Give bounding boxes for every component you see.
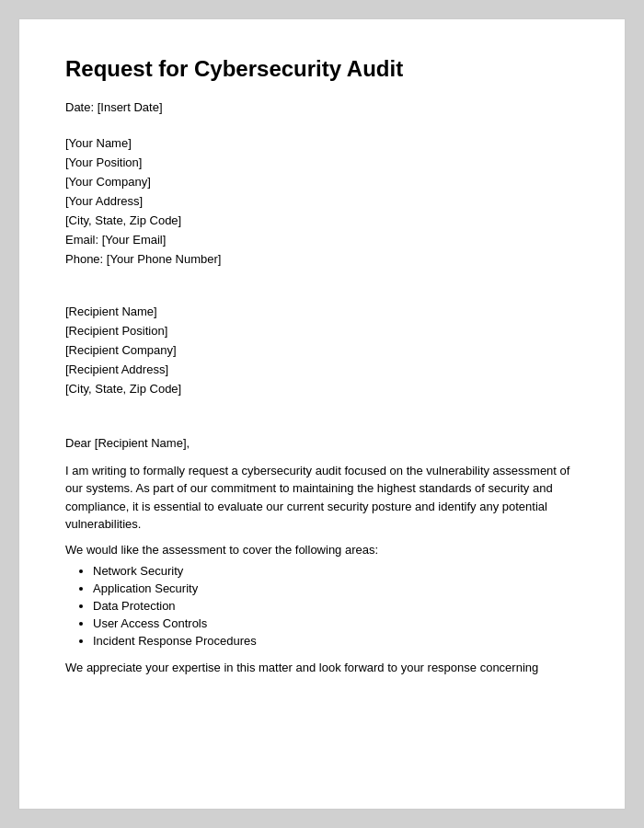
sender-address: [Your Address] xyxy=(65,194,579,208)
audit-areas-list: Network Security Application Security Da… xyxy=(93,564,579,648)
sender-email: Email: [Your Email] xyxy=(65,233,579,247)
sender-date: Date: [Insert Date] xyxy=(65,100,579,114)
document-title: Request for Cybersecurity Audit xyxy=(65,56,579,82)
document-page: Request for Cybersecurity Audit Date: [I… xyxy=(18,18,626,810)
salutation: Dear [Recipient Name], xyxy=(65,434,579,453)
list-item: Data Protection xyxy=(93,599,579,613)
sender-city-state-zip: [City, State, Zip Code] xyxy=(65,213,579,227)
sender-company: [Your Company] xyxy=(65,175,579,189)
sender-name: [Your Name] xyxy=(65,136,579,150)
recipient-address: [Recipient Address] xyxy=(65,362,579,376)
sender-position: [Your Position] xyxy=(65,155,579,169)
list-item: User Access Controls xyxy=(93,616,579,630)
list-item: Network Security xyxy=(93,564,579,578)
recipient-position: [Recipient Position] xyxy=(65,324,579,338)
body-paragraph-1: I am writing to formally request a cyber… xyxy=(65,462,579,534)
recipient-city-state-zip: [City, State, Zip Code] xyxy=(65,382,579,396)
body-paragraph-2: We appreciate your expertise in this mat… xyxy=(65,659,579,677)
list-item: Application Security xyxy=(93,581,579,595)
recipient-name: [Recipient Name] xyxy=(65,305,579,318)
recipient-company: [Recipient Company] xyxy=(65,343,579,357)
sender-phone: Phone: [Your Phone Number] xyxy=(65,252,579,266)
list-item: Incident Response Procedures xyxy=(93,634,579,648)
list-intro: We would like the assessment to cover th… xyxy=(65,543,579,557)
